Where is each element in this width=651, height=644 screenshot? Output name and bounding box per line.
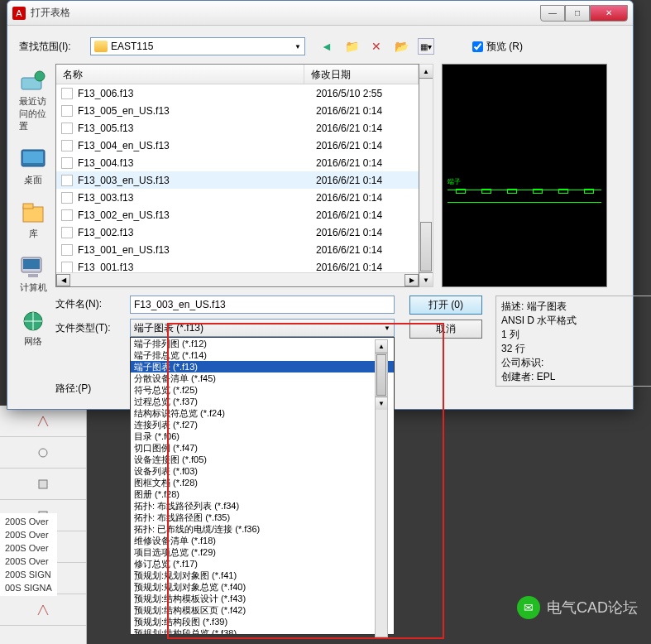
wechat-icon: ✉ [517, 596, 540, 619]
scroll-right-icon[interactable]: ▶ [404, 274, 419, 286]
filename-label: 文件名(N): [55, 297, 122, 311]
bg-tool [0, 594, 86, 626]
filetype-combo[interactable]: 端子图表 (*.f13) ▼ [130, 319, 395, 337]
filetype-option[interactable]: 预规划:规划对象图 (*.f41) [131, 570, 394, 581]
path-label: 路径:(P) [55, 382, 122, 396]
maximize-button[interactable]: □ [565, 5, 590, 22]
app-icon: A [12, 7, 26, 20]
file-icon [61, 227, 73, 238]
filetype-option[interactable]: 预规划:结构段图 (*.f39) [131, 616, 394, 627]
file-row[interactable]: F13_002_en_US.f132016/6/21 0:14 [56, 206, 419, 223]
file-icon [61, 262, 73, 273]
file-icon [61, 175, 73, 186]
bg-tool [0, 469, 86, 500]
filetype-option[interactable]: 拓扑: 布线路径图 (*.f35) [131, 512, 394, 523]
minimize-button[interactable]: — [540, 5, 565, 22]
preview-info: 描述: 端子图表ANSI D 水平格式1 列32 行公司标识:创建者: EPL [495, 296, 651, 387]
up-icon[interactable]: 📁 [343, 38, 360, 55]
svg-point-0 [39, 449, 47, 457]
col-name[interactable]: 名称 [56, 65, 304, 84]
filetype-option[interactable]: 端子排总览 (*.f14) [131, 349, 394, 361]
filetype-option[interactable]: 目录 (*.f06) [131, 430, 394, 442]
filetype-option[interactable]: 连接列表 (*.f27) [131, 419, 394, 430]
scroll-up-icon[interactable]: ▲ [419, 65, 433, 79]
filetype-option[interactable]: 设备列表 (*.f03) [131, 465, 394, 477]
dropdown-scrollbar[interactable]: ▲ ▼ [375, 339, 388, 637]
shortcut-libraries[interactable]: 库 [19, 201, 47, 240]
file-row[interactable]: F13_004_en_US.f132016/6/21 0:14 [56, 137, 419, 154]
lookin-combo[interactable]: EAST115 ▼ [90, 37, 305, 55]
file-row[interactable]: F13_004.f132016/6/21 0:14 [56, 154, 419, 171]
scroll-down-icon[interactable]: ▼ [419, 272, 433, 286]
filetype-option[interactable]: 预规划:规划对象总览 (*.f40) [131, 581, 394, 593]
titlebar[interactable]: A 打开表格 — □ ✕ [7, 1, 633, 26]
chevron-down-icon: ▼ [294, 43, 301, 50]
file-icon [61, 123, 73, 134]
dialog-title: 打开表格 [31, 6, 540, 20]
filetype-label: 文件类型(T): [55, 321, 122, 335]
file-icon [61, 192, 73, 204]
bg-tool [0, 437, 86, 469]
file-list[interactable]: 名称 修改日期 F13_006.f132016/5/10 2:55F13_005… [55, 64, 419, 287]
open-button[interactable]: 打开 (0) [409, 296, 482, 315]
filetype-option[interactable]: 预规划:结构模板设计 (*.f43) [131, 593, 394, 604]
svg-rect-12 [23, 259, 40, 269]
filetype-option[interactable]: 维修设备清单 (*.f18) [131, 535, 394, 546]
filetype-option[interactable]: 结构标识符总览 (*.f24) [131, 407, 394, 419]
cancel-button[interactable]: 取消 [409, 320, 482, 339]
filetype-option[interactable]: 端子图表 (*.f13) [131, 361, 394, 372]
vscrollbar[interactable]: ▲ ▼ [419, 64, 433, 287]
recent-icon [19, 69, 47, 94]
filetype-option[interactable]: 分散设备清单 (*.f45) [131, 372, 394, 384]
file-row[interactable]: F13_003_en_US.f132016/6/21 0:14 [56, 171, 419, 189]
file-list-header[interactable]: 名称 修改日期 [56, 65, 419, 84]
filetype-option[interactable]: 拓扑: 布线路径列表 (*.f34) [131, 500, 394, 512]
new-folder-icon[interactable]: 📂 [393, 38, 409, 55]
file-icon [61, 140, 73, 151]
filetype-option[interactable]: 预规划:结构模板区页 (*.f42) [131, 604, 394, 616]
back-icon[interactable]: ◄ [318, 38, 335, 55]
close-button[interactable]: ✕ [590, 5, 628, 22]
file-icon [61, 88, 73, 99]
scroll-thumb[interactable] [420, 222, 432, 272]
svg-rect-1 [39, 480, 47, 488]
filetype-option[interactable]: 预规划:结构段总览 (*.f38) [131, 627, 394, 635]
preview-check-input[interactable] [472, 41, 483, 52]
file-icon [61, 157, 73, 169]
hscrollbar[interactable]: ◀ ▶ [56, 272, 419, 286]
file-icon [61, 105, 73, 117]
file-row[interactable]: F13_002.f132016/6/21 0:14 [56, 223, 419, 241]
libraries-icon [19, 201, 47, 226]
filetype-option[interactable]: 项目选项总览 (*.f29) [131, 546, 394, 558]
shortcut-recent[interactable]: 最近访问的位置 [19, 69, 47, 132]
filetype-option[interactable]: 切口图例 (*.f47) [131, 442, 394, 454]
delete-icon[interactable]: ✕ [368, 38, 385, 55]
filetype-option[interactable]: 图框文档 (*.f28) [131, 477, 394, 488]
file-row[interactable]: F13_005.f132016/6/21 0:14 [56, 119, 419, 137]
svg-rect-9 [23, 207, 43, 222]
file-row[interactable]: F13_006.f132016/5/10 2:55 [56, 84, 419, 102]
filetype-option[interactable]: 修订总览 (*.f17) [131, 558, 394, 570]
filetype-dropdown[interactable]: 端子排列图 (*.f12)端子排总览 (*.f14)端子图表 (*.f13)分散… [130, 337, 395, 635]
filetype-option[interactable]: 设备连接图 (*.f05) [131, 454, 394, 465]
file-row[interactable]: F13_001.f132016/6/21 0:14 [56, 258, 419, 272]
file-row[interactable]: F13_001_en_US.f132016/6/21 0:14 [56, 241, 419, 258]
scroll-left-icon[interactable]: ◀ [56, 274, 70, 286]
network-icon [19, 309, 47, 334]
col-date[interactable]: 修改日期 [304, 65, 419, 84]
view-mode-icon[interactable]: ▦▾ [418, 38, 434, 55]
filetype-option[interactable]: 过程总览 (*.f37) [131, 396, 394, 407]
file-row[interactable]: F13_003.f132016/6/21 0:14 [56, 189, 419, 206]
shortcut-desktop[interactable]: 桌面 [19, 147, 47, 186]
filetype-option[interactable]: 图册 (*.f28) [131, 488, 394, 500]
shortcut-network[interactable]: 网络 [19, 309, 47, 348]
preview-checkbox[interactable]: 预览 (R) [472, 40, 539, 54]
filename-input[interactable] [130, 296, 395, 314]
file-row[interactable]: F13_005_en_US.f132016/6/21 0:14 [56, 102, 419, 119]
open-table-dialog: A 打开表格 — □ ✕ 查找范围(I): EAST115 ▼ ◄ 📁 ✕ 📂 … [7, 0, 634, 410]
shortcut-computer[interactable]: 计算机 [19, 255, 47, 294]
watermark: ✉ 电气CAD论坛 [517, 596, 638, 619]
filetype-option[interactable]: 符号总览 (*.f25) [131, 384, 394, 396]
filetype-option[interactable]: 拓扑: 已布线的电缆/连接 (*.f36) [131, 523, 394, 535]
filetype-option[interactable]: 端子排列图 (*.f12) [131, 338, 394, 349]
